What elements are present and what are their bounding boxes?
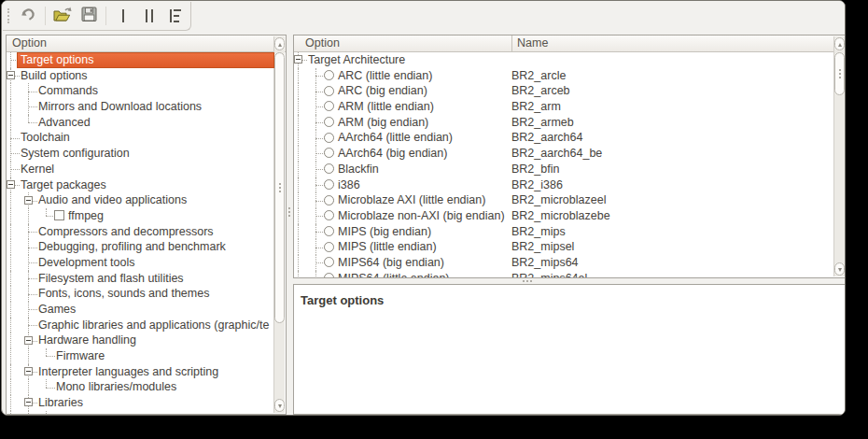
config-row[interactable]: ARC (little endian)BR2_arcle	[294, 68, 834, 84]
tree-row[interactable]: Toolchain	[7, 130, 274, 146]
tree-guide-line	[298, 239, 299, 255]
scrollbar-thumb[interactable]	[834, 52, 845, 95]
config-symbol-name: BR2_mips64	[511, 255, 579, 271]
tree-row[interactable]: Target options	[7, 52, 274, 68]
radio-button[interactable]	[324, 273, 334, 277]
config-row[interactable]: ARM (big endian)BR2_armeb	[294, 115, 834, 131]
radio-button[interactable]	[324, 179, 334, 190]
radio-button[interactable]	[324, 148, 334, 158]
config-row[interactable]: BlackfinBR2_bfin	[294, 162, 834, 177]
option-tree: Target optionsBuild optionsCommandsMirro…	[7, 52, 274, 414]
radio-button[interactable]	[324, 133, 334, 143]
vertical-splitter[interactable]	[287, 35, 293, 415]
tree-row[interactable]: Fonts, icons, sounds and themes	[7, 286, 274, 302]
tree-row[interactable]: Build options	[7, 68, 274, 84]
radio-button[interactable]	[324, 195, 334, 205]
tree-guide-line	[10, 333, 11, 348]
tree-guide-line	[298, 99, 299, 115]
tree-row[interactable]: Interpreter languages and scripting	[7, 364, 274, 380]
tree-row[interactable]: Kernel	[7, 162, 274, 177]
config-row[interactable]: MIPS (little endian)BR2_mipsel	[294, 239, 834, 255]
tree-guide-line	[10, 411, 11, 414]
scroll-up-button[interactable]	[274, 37, 285, 50]
left-column-header[interactable]: Option	[7, 35, 286, 52]
tree-row[interactable]: Development tools	[7, 255, 274, 271]
radio-button[interactable]	[324, 163, 334, 174]
single-view-button[interactable]	[110, 4, 136, 28]
collapse-expander[interactable]	[24, 367, 33, 375]
tree-row[interactable]: Compressors and decompressors	[7, 224, 274, 240]
checkbox[interactable]	[54, 210, 64, 220]
tree-row[interactable]: Audio/Sound	[7, 411, 274, 414]
radio-button[interactable]	[324, 70, 334, 80]
tree-item-label: System configuration	[21, 146, 130, 162]
tree-row[interactable]: Filesystem and flash utilities	[7, 271, 274, 287]
config-list-panel: Option Name Target ArchitectureARC (litt…	[293, 35, 846, 278]
tree-row[interactable]: Mirrors and Download locations	[7, 99, 274, 115]
config-row[interactable]: MIPS64 (little endian)BR2_mips64el	[294, 271, 834, 277]
radio-button[interactable]	[324, 117, 334, 127]
tree-row[interactable]: Debugging, profiling and benchmark	[7, 239, 274, 255]
tree-row[interactable]: Mono libraries/modules	[7, 379, 274, 395]
tree-guide-line	[10, 318, 11, 333]
tree-row[interactable]: Commands	[7, 83, 274, 99]
config-row[interactable]: AArch64 (big endian)BR2_aarch64_be	[294, 146, 834, 162]
collapse-expander[interactable]	[7, 180, 15, 189]
collapse-expander[interactable]	[24, 336, 33, 345]
config-row[interactable]: ARC (big endian)BR2_arceb	[294, 83, 834, 99]
config-row[interactable]: AArch64 (little endian)BR2_aarch64	[294, 130, 834, 146]
scrollbar-thumb[interactable]	[274, 52, 285, 323]
tree-guide-line	[298, 146, 299, 162]
save-button[interactable]	[76, 4, 102, 28]
tree-item-label: ffmpeg	[68, 208, 104, 224]
config-row[interactable]: MIPS64 (big endian)BR2_mips64	[294, 255, 834, 271]
tree-row[interactable]: Audio and video applications	[7, 192, 274, 208]
tree-item-label: Microblaze non-AXI (big endian)	[338, 208, 505, 224]
tree-item-label: ARM (little endian)	[338, 99, 434, 115]
right-scrollbar[interactable]	[833, 36, 845, 276]
tree-guide-line	[10, 192, 11, 208]
tree-row[interactable]: Target packages	[7, 177, 274, 193]
config-row[interactable]: ARM (little endian)BR2_arm	[294, 99, 834, 115]
tree-guide-line	[10, 224, 11, 240]
tree-row[interactable]: Graphic libraries and applications (grap…	[7, 318, 274, 333]
radio-button[interactable]	[324, 101, 334, 111]
scroll-down-button[interactable]	[274, 399, 285, 412]
config-symbol-name: BR2_aarch64	[511, 130, 582, 146]
radio-button[interactable]	[324, 210, 334, 220]
open-button[interactable]	[49, 4, 76, 28]
left-scrollbar[interactable]	[273, 36, 285, 413]
config-row[interactable]: MIPS (big endian)BR2_mips	[294, 224, 834, 240]
tree-row[interactable]: Libraries	[7, 395, 274, 411]
config-row[interactable]: Microblaze non-AXI (big endian)BR2_micro…	[294, 208, 834, 224]
tree-guide-line	[298, 255, 299, 271]
tree-connector	[28, 92, 37, 92]
name-column-header[interactable]: Name	[512, 35, 846, 51]
config-row[interactable]: i386BR2_i386	[294, 177, 834, 193]
undo-button[interactable]	[15, 4, 41, 28]
full-view-button[interactable]	[162, 4, 189, 28]
radio-button[interactable]	[324, 257, 334, 267]
tree-row[interactable]: System configuration	[7, 146, 274, 162]
radio-button[interactable]	[324, 226, 334, 236]
tree-row[interactable]: Hardware handling	[7, 333, 274, 348]
option-column-header[interactable]: Option	[300, 35, 512, 51]
tree-connector	[28, 294, 37, 295]
collapse-expander[interactable]	[24, 398, 33, 406]
split-view-button[interactable]	[136, 4, 162, 28]
collapse-expander[interactable]	[24, 196, 33, 205]
tree-row[interactable]: Games	[7, 302, 274, 318]
config-row[interactable]: Target Architecture	[294, 52, 834, 68]
collapse-expander[interactable]	[7, 71, 15, 79]
config-row[interactable]: Microblaze AXI (little endian)BR2_microb…	[294, 192, 834, 208]
radio-button[interactable]	[324, 242, 334, 252]
radio-button[interactable]	[324, 86, 334, 96]
tree-row[interactable]: ffmpeg	[7, 208, 274, 224]
scroll-down-button[interactable]	[834, 262, 845, 276]
collapse-expander[interactable]	[294, 55, 302, 64]
toolbar-grip[interactable]	[7, 8, 12, 23]
tree-row[interactable]: Firmware	[7, 348, 274, 364]
tree-row[interactable]: Advanced	[7, 115, 274, 131]
scroll-up-button[interactable]	[834, 37, 845, 50]
tree-connector	[10, 153, 20, 154]
